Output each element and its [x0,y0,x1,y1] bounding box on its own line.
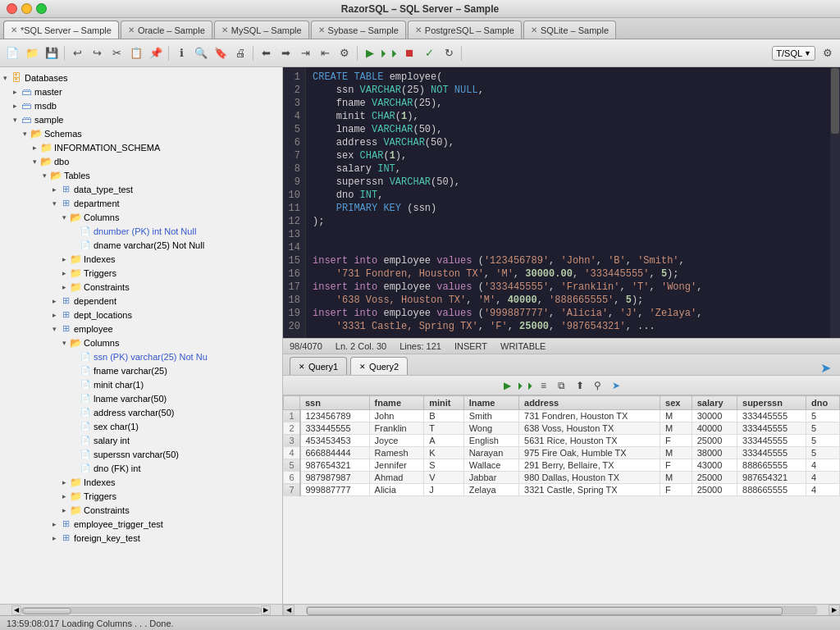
tree-toggle-master[interactable]: ▸ [10,87,20,97]
results-scroll-right-btn[interactable]: ▶ [829,605,840,616]
tab-close-icon[interactable]: ✕ [531,25,537,34]
table-row[interactable]: 6987987987AhmadVJabbar980 Dallas, Housto… [284,472,840,484]
save-file-button[interactable]: 💾 [43,44,61,62]
tree-toggle-dept_indexes[interactable]: ▸ [59,254,69,264]
tree-toggle-dno[interactable] [69,463,79,473]
tree-toggle-department[interactable]: ▾ [49,199,59,208]
undo-button[interactable]: ↩ [68,44,86,62]
check-button[interactable]: ✓ [420,44,438,62]
code-line-11[interactable]: PRIMARY KEY (ssn) [313,202,833,215]
tree-item-address[interactable]: 📄address varchar(50) [0,405,282,419]
tree-scrollbar-h[interactable]: ◀ ▶ [0,604,282,615]
code-line-13[interactable] [313,228,833,241]
query-filter-button[interactable]: ⚲ [590,378,606,393]
query-run-button[interactable]: ▶ [500,378,516,393]
tree-toggle-databases[interactable]: ▾ [0,73,10,83]
code-line-3[interactable]: fname VARCHAR(25), [313,97,833,110]
run-all-button[interactable]: ⏵⏵ [381,44,399,62]
tree-item-schemas[interactable]: ▾📂Schemas [0,126,282,140]
query-tab-2-close-icon[interactable]: ✕ [359,363,366,371]
tree-item-superssn[interactable]: 📄superssn varchar(50) [0,447,282,461]
minimize-button[interactable] [21,3,32,14]
table-row[interactable]: 5987654321JenniferSWallace291 Berry, Bel… [284,459,840,472]
copy-button[interactable]: 📋 [127,44,145,62]
tree-toggle-emp_indexes[interactable]: ▸ [59,477,69,487]
tree-item-dno[interactable]: 📄dno (FK) int [0,461,282,475]
code-line-1[interactable]: CREATE TABLE employee( [313,71,833,84]
tree-item-dept_triggers[interactable]: ▸📁Triggers [0,266,282,280]
print-button[interactable]: 🖨 [231,44,249,62]
results-table-container[interactable]: ssnfnameminitlnameaddresssexsalarysupers… [283,395,840,604]
query-copy-button[interactable]: ⧉ [554,378,570,393]
tree-toggle-address[interactable] [69,408,79,418]
tree-item-master[interactable]: ▸🗃master [0,84,282,98]
query-tab-2[interactable]: ✕ Query2 [350,357,408,375]
tree-toggle-dept_columns[interactable]: ▾ [59,212,69,222]
tab-mysql[interactable]: ✕ MySQL – Sample [214,21,309,39]
code-line-17[interactable]: insert into employee values ('333445555'… [313,281,833,294]
tree-item-dependent[interactable]: ▸⊞dependent [0,294,282,308]
tree-toggle-dependent[interactable]: ▸ [49,296,59,306]
tree-item-foreign_key_test[interactable]: ▸⊞foreign_key_test [0,531,282,545]
table-row[interactable]: 3453453453JoyceAEnglish5631 Rice, Housto… [284,435,840,447]
results-scroll-left-btn[interactable]: ◀ [283,605,294,616]
bookmark-button[interactable]: 🔖 [212,44,230,62]
tree-toggle-dbo[interactable]: ▾ [30,157,39,167]
tree-scroll-thumb[interactable] [22,608,71,614]
query-format-button[interactable]: ≡ [536,378,552,393]
outdent-button[interactable]: ⇤ [316,44,334,62]
tree-toggle-dname[interactable] [69,240,79,250]
tree-item-sex[interactable]: 📄sex char(1) [0,419,282,433]
tree-scroll-left-btn[interactable]: ◀ [11,605,21,615]
redo-button[interactable]: ↪ [88,44,106,62]
code-line-20[interactable]: '3331 Castle, Spring TX', 'F', 25000, '9… [313,320,833,333]
paste-button[interactable]: 📌 [147,44,165,62]
tree-item-information_schema[interactable]: ▸📁INFORMATION_SCHEMA [0,140,282,154]
query-navigate-button[interactable]: ➤ [817,360,833,375]
tree-toggle-minit[interactable] [69,380,79,390]
database-tree[interactable]: ▾🗄Databases▸🗃master▸🗃msdb▾🗃sample▾📂Schem… [0,67,282,604]
tree-toggle-dept_constraints[interactable]: ▸ [59,282,69,292]
query-tab-1[interactable]: ✕ Query1 [290,357,347,375]
tree-item-ssn[interactable]: 📄ssn (PK) varchar(25) Not Nu [0,349,282,363]
tree-scroll-right-btn[interactable]: ▶ [261,605,271,615]
tree-toggle-tables[interactable]: ▾ [39,171,49,180]
tree-toggle-employee[interactable]: ▾ [49,324,59,334]
run-button[interactable]: ▶ [361,44,379,62]
align-left-button[interactable]: ⬅ [257,44,275,62]
tree-item-emp_indexes[interactable]: ▸📁Indexes [0,475,282,489]
tree-toggle-schemas[interactable]: ▾ [20,129,30,139]
tree-item-dept_constraints[interactable]: ▸📁Constraints [0,280,282,294]
table-row[interactable]: 4666884444RameshKNarayan975 Fire Oak, Hu… [284,447,840,459]
code-line-12[interactable]: ); [313,215,833,228]
table-row[interactable]: 1123456789JohnBSmith731 Fondren, Houston… [284,410,840,422]
tree-item-employee[interactable]: ▾⊞employee [0,322,282,336]
code-line-8[interactable]: salary INT, [313,162,833,176]
tree-item-tables[interactable]: ▾📂Tables [0,168,282,182]
tree-toggle-fname[interactable] [69,366,79,376]
tab-close-icon[interactable]: ✕ [11,25,17,34]
tree-toggle-emp_triggers[interactable]: ▸ [59,491,69,501]
indent-button[interactable]: ⇥ [296,44,314,62]
tree-item-lname[interactable]: 📄lname varchar(50) [0,391,282,405]
table-row[interactable]: 2333445555FranklinTWong638 Voss, Houston… [284,422,840,435]
code-line-9[interactable]: superssn VARCHAR(50), [313,176,833,189]
tree-toggle-information_schema[interactable]: ▸ [30,143,39,153]
tab-sqlserver[interactable]: ✕ *SQL Server – Sample [3,21,119,39]
tree-item-emp_columns[interactable]: ▾📂Columns [0,336,282,349]
code-line-15[interactable]: insert into employee values ('123456789'… [313,254,833,267]
code-line-14[interactable] [313,241,833,254]
tab-close-icon[interactable]: ✕ [221,25,228,34]
tree-toggle-lname[interactable] [69,394,79,404]
code-line-4[interactable]: minit CHAR(1), [313,110,833,123]
reload-button[interactable]: ↻ [440,44,458,62]
tree-toggle-dept_locations[interactable]: ▸ [49,310,59,320]
tree-item-employee_trigger_test[interactable]: ▸⊞employee_trigger_test [0,517,282,531]
tree-toggle-dnumber[interactable] [69,226,79,236]
tree-item-dept_indexes[interactable]: ▸📁Indexes [0,252,282,266]
query-run-all-button[interactable]: ⏵⏵ [518,378,534,393]
tree-item-databases[interactable]: ▾🗄Databases [0,71,282,84]
format-button[interactable]: ⚙ [336,44,354,62]
query-tab-close-icon[interactable]: ✕ [299,363,305,371]
code-line-19[interactable]: insert into employee values ('999887777'… [313,307,833,320]
